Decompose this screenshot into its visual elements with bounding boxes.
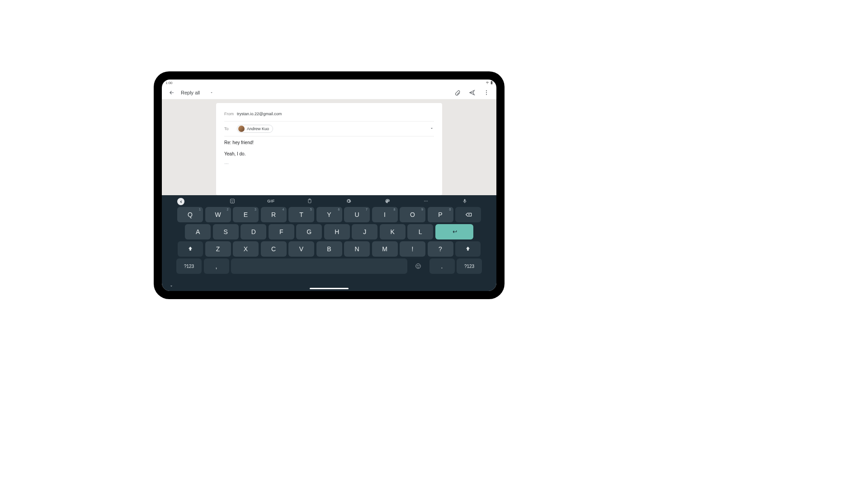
tablet-screen: 1:00 Reply all <box>162 80 496 291</box>
svg-point-3 <box>486 92 487 93</box>
period-key[interactable]: . <box>429 258 455 274</box>
avatar <box>238 126 245 132</box>
more-tools-icon[interactable] <box>410 198 442 204</box>
recipient-chip[interactable]: Andrew Kuo <box>237 125 273 133</box>
key-exclaim[interactable]: ! <box>400 241 425 257</box>
svg-point-15 <box>419 265 419 266</box>
key-r[interactable]: R4 <box>261 207 287 222</box>
email-body[interactable]: Yeah, I do. <box>224 147 434 156</box>
svg-rect-5 <box>230 199 234 203</box>
svg-point-10 <box>424 201 425 202</box>
settings-icon[interactable] <box>332 198 365 204</box>
svg-rect-1 <box>491 81 492 81</box>
app-bar: Reply all <box>162 86 496 99</box>
more-icon[interactable] <box>481 87 492 98</box>
on-screen-keyboard: GIF Q1W2E3R4T5Y6U7I8O9P0 <box>162 195 496 291</box>
symbols-key-right[interactable]: ?123 <box>457 258 482 274</box>
key-s[interactable]: S <box>213 224 239 239</box>
symbols-key[interactable]: ?123 <box>176 258 202 274</box>
divider <box>224 121 434 122</box>
key-n[interactable]: N <box>344 241 370 257</box>
gif-button[interactable]: GIF <box>255 199 287 203</box>
clipboard-icon[interactable] <box>293 198 326 204</box>
tablet-frame: 1:00 Reply all <box>154 71 505 299</box>
key-a[interactable]: A <box>185 224 211 239</box>
key-y[interactable]: Y6 <box>316 207 342 222</box>
key-b[interactable]: B <box>316 241 342 257</box>
svg-point-4 <box>486 94 487 95</box>
keyboard-row-2: ASDFGHJKL <box>176 224 482 239</box>
keyboard-collapse-toolbar-icon[interactable] <box>177 198 184 205</box>
comma-key[interactable]: , <box>204 258 229 274</box>
svg-point-14 <box>417 265 418 266</box>
battery-icon <box>491 81 493 84</box>
key-i[interactable]: I8 <box>372 207 398 222</box>
shift-key-right[interactable] <box>455 241 481 257</box>
svg-point-7 <box>233 201 233 201</box>
wifi-icon <box>486 81 489 84</box>
key-m[interactable]: M <box>372 241 398 257</box>
key-c[interactable]: C <box>261 241 287 257</box>
enter-key[interactable] <box>435 224 473 239</box>
key-q[interactable]: Q1 <box>177 207 203 222</box>
key-t[interactable]: T5 <box>288 207 314 222</box>
attach-icon[interactable] <box>452 87 463 98</box>
key-p[interactable]: P0 <box>428 207 453 222</box>
key-u[interactable]: U7 <box>344 207 370 222</box>
sticker-icon[interactable] <box>216 198 249 204</box>
keyboard-toolbar: GIF <box>162 195 496 207</box>
status-time: 1:00 <box>165 81 173 85</box>
compose-mode-dropdown-icon[interactable] <box>206 87 217 98</box>
key-j[interactable]: J <box>352 224 377 239</box>
keyboard-row-1: Q1W2E3R4T5Y6U7I8O9P0 <box>176 207 482 222</box>
from-label: From <box>224 112 237 116</box>
key-f[interactable]: F <box>269 224 294 239</box>
compose-area: From trystan.io.22@gmail.com To Andrew K… <box>162 99 496 195</box>
emoji-key[interactable] <box>409 258 427 274</box>
back-icon[interactable] <box>166 87 177 98</box>
key-h[interactable]: H <box>324 224 350 239</box>
microphone-icon[interactable] <box>448 198 481 204</box>
recipient-name: Andrew Kuo <box>247 127 269 131</box>
show-quoted-text[interactable]: … <box>224 156 434 165</box>
send-icon[interactable] <box>467 87 477 98</box>
status-icons <box>486 81 493 84</box>
key-x[interactable]: X <box>233 241 259 257</box>
expand-recipients-icon[interactable] <box>429 126 434 131</box>
compose-mode-title[interactable]: Reply all <box>181 90 200 95</box>
keyboard-row-4: ?123 , . ?123 <box>176 258 482 274</box>
key-o[interactable]: O9 <box>400 207 425 222</box>
key-v[interactable]: V <box>288 241 314 257</box>
shift-key-left[interactable] <box>178 241 203 257</box>
key-w[interactable]: W2 <box>205 207 231 222</box>
svg-rect-0 <box>491 81 493 84</box>
key-e[interactable]: E3 <box>233 207 259 222</box>
from-value: trystan.io.22@gmail.com <box>237 112 282 116</box>
backspace-key[interactable] <box>455 207 481 222</box>
subject-field[interactable]: Re: hey friend! <box>224 138 434 147</box>
key-z[interactable]: Z <box>205 241 231 257</box>
svg-point-2 <box>486 90 487 91</box>
compose-card: From trystan.io.22@gmail.com To Andrew K… <box>216 103 442 195</box>
key-d[interactable]: D <box>241 224 266 239</box>
key-question[interactable]: ? <box>428 241 453 257</box>
keyboard-hide-icon[interactable] <box>169 284 174 289</box>
svg-point-11 <box>425 201 426 202</box>
keyboard-row-3: ZXCVBNM!? <box>176 241 482 257</box>
to-row[interactable]: To Andrew Kuo <box>224 123 434 134</box>
svg-point-6 <box>231 201 232 201</box>
svg-point-13 <box>416 264 421 269</box>
divider <box>224 136 434 136</box>
svg-point-12 <box>427 201 428 202</box>
theme-icon[interactable] <box>371 198 404 204</box>
navigation-handle[interactable] <box>310 288 349 289</box>
key-g[interactable]: G <box>296 224 322 239</box>
space-key[interactable] <box>231 258 407 274</box>
to-label: To <box>224 127 237 131</box>
keyboard-keys: Q1W2E3R4T5Y6U7I8O9P0 ASDFGHJKL ZXCVBNM!?… <box>162 207 496 291</box>
status-bar: 1:00 <box>162 80 496 86</box>
from-row[interactable]: From trystan.io.22@gmail.com <box>224 108 434 119</box>
key-k[interactable]: K <box>380 224 406 239</box>
key-l[interactable]: L <box>407 224 433 239</box>
